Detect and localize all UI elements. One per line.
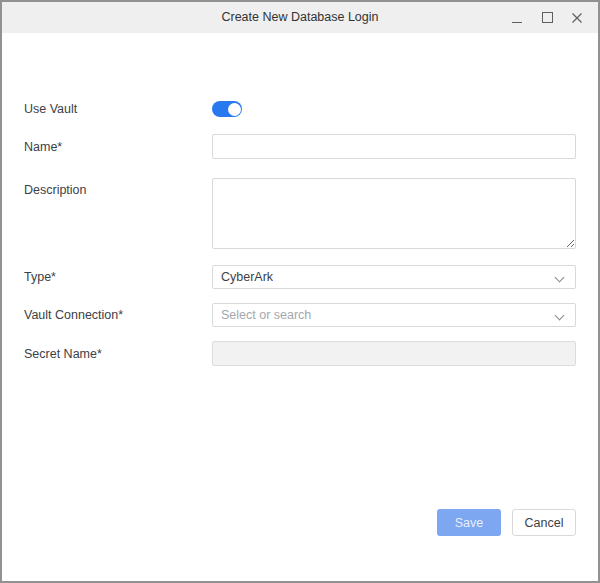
vault-connection-row: Vault Connection* Select or search (24, 303, 576, 327)
minimize-icon (512, 13, 522, 23)
description-label: Description (24, 178, 212, 197)
vault-connection-placeholder: Select or search (221, 308, 311, 322)
name-label: Name* (24, 140, 212, 154)
secret-name-label: Secret Name* (24, 347, 212, 361)
secret-name-row: Secret Name* (24, 341, 576, 366)
maximize-icon (542, 12, 553, 23)
chevron-down-icon (555, 311, 565, 321)
titlebar: Create New Database Login (2, 2, 598, 33)
type-select-value: CyberArk (221, 270, 273, 284)
description-row: Description (24, 178, 576, 249)
name-row: Name* (24, 134, 576, 159)
type-control: CyberArk (212, 265, 576, 289)
dialog-title: Create New Database Login (2, 2, 598, 33)
type-label: Type* (24, 270, 212, 284)
description-control (212, 178, 576, 249)
use-vault-label: Use Vault (24, 102, 212, 116)
secret-name-control (212, 341, 576, 366)
dialog-body: Use Vault Name* Description Type* (2, 101, 598, 366)
name-control (212, 134, 576, 159)
cancel-button[interactable]: Cancel (512, 509, 576, 536)
footer-actions: Save Cancel (437, 509, 576, 536)
maximize-button[interactable] (540, 10, 554, 26)
minimize-button[interactable] (510, 10, 524, 26)
vault-connection-label: Vault Connection* (24, 308, 212, 322)
name-input[interactable] (212, 134, 576, 159)
chevron-down-icon (555, 273, 565, 283)
toggle-knob-icon (228, 103, 241, 116)
close-icon (571, 12, 583, 24)
type-row: Type* CyberArk (24, 265, 576, 289)
type-select[interactable]: CyberArk (212, 265, 576, 289)
use-vault-control (212, 101, 576, 117)
save-button[interactable]: Save (437, 509, 501, 536)
secret-name-input (212, 341, 576, 366)
use-vault-toggle[interactable] (212, 101, 242, 117)
use-vault-row: Use Vault (24, 101, 576, 117)
vault-connection-select[interactable]: Select or search (212, 303, 576, 327)
close-button[interactable] (570, 10, 584, 26)
vault-connection-control: Select or search (212, 303, 576, 327)
window-controls (510, 2, 584, 33)
dialog-window: Create New Database Login Use Vault (0, 0, 600, 583)
description-textarea[interactable] (212, 178, 576, 249)
